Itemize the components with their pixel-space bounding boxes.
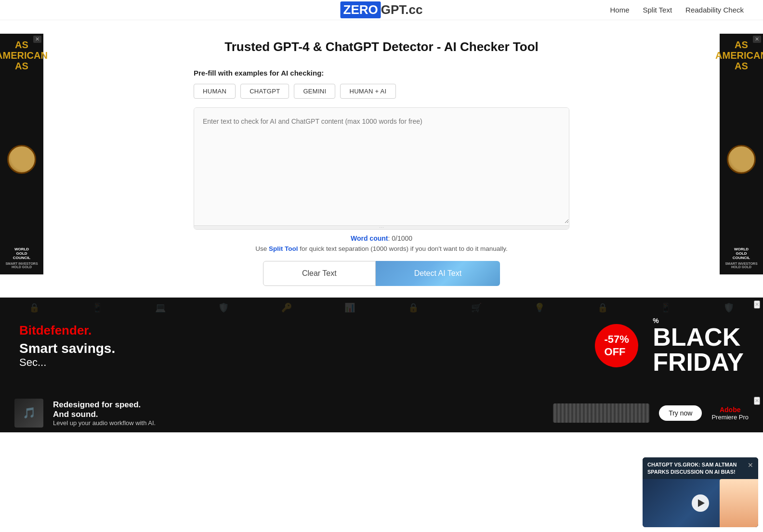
adobe-logo: Adobe [711,406,749,414]
word-count-row: Word count: 0/1000 [194,234,569,242]
clear-text-button[interactable]: Clear Text [263,261,376,286]
adobe-text: Redesigned for speed.And sound. Level up… [53,400,543,427]
adobe-product-info: Adobe Premiere Pro [711,406,749,421]
adobe-title: Redesigned for speed.And sound. [53,400,543,419]
page-title: Trusted GPT-4 & ChatGPT Detector - AI Ch… [194,39,569,54]
prefill-chatgpt-button[interactable]: CHATGPT [240,84,289,99]
detect-ai-text-button[interactable]: Detect AI Text [376,261,500,286]
nav-home[interactable]: Home [610,6,629,14]
split-tool-link[interactable]: Split Tool [269,245,298,252]
bitdefender-text: Smart savings. [19,341,580,356]
text-input-wrapper: ⋯ [194,107,569,230]
prefill-label: Pre-fill with examples for AI checking: [194,69,569,77]
action-buttons-row: Clear Text Detect AI Text [194,261,569,286]
nav-readability-check[interactable]: Readability Check [685,6,744,14]
adobe-advertisement: 🎵 Redesigned for speed.And sound. Level … [0,394,763,432]
adobe-waveform [553,403,649,423]
main-nav: Home Split Text Readability Check [610,6,744,14]
header: ZEROGPT.cc Home Split Text Readability C… [0,0,763,20]
split-tool-note-after: for quick text separation (1000 words) i… [298,245,507,252]
adobe-subtitle: Level up your audio workflow with AI. [53,419,543,427]
split-tool-note: Use Split Tool for quick text separation… [194,245,569,252]
logo[interactable]: ZEROGPT.cc [341,1,423,18]
prefill-human-button[interactable]: HUMAN [194,84,236,99]
word-count-label: Word count [351,234,388,242]
adobe-ad-close-button[interactable]: ✕ [754,397,760,405]
nav-split-text[interactable]: Split Text [643,6,672,14]
prefill-human-ai-button[interactable]: HUMAN + AI [340,84,395,99]
word-count-value: 0/1000 [392,234,412,242]
adobe-photo-image: 🎵 [14,399,43,428]
bitdefender-subtext: Sec... [19,356,580,369]
textarea-resize-handle[interactable]: ⋯ [194,225,569,229]
black-friday-text: BLACKFRIDAY [653,324,744,375]
bitdefender-discount-text: -57%OFF [605,333,629,358]
adobe-try-now-button[interactable]: Try now [659,405,702,421]
logo-zero: ZERO [341,1,381,18]
logo-gpt: GPT.cc [381,2,423,17]
split-tool-note-before: Use [255,245,269,252]
bitdefender-ad-close-button[interactable]: ✕ [754,300,760,309]
text-input[interactable] [194,108,569,223]
bitdefender-logo: Bitdefender. [19,323,580,338]
bitdefender-discount-badge: -57%OFF [595,324,638,367]
prefill-buttons-row: HUMAN CHATGPT GEMINI HUMAN + AI [194,84,569,99]
main-content: Trusted GPT-4 & ChatGPT Detector - AI Ch… [184,20,579,298]
bitdefender-advertisement: 🔒📱💻 🛡️🔑📊 🔒🛒💡 🔒📱🛡️ Bitdefender. Smart sav… [0,298,763,394]
prefill-gemini-button[interactable]: GEMINI [294,84,335,99]
adobe-product-name: Premiere Pro [711,414,749,421]
